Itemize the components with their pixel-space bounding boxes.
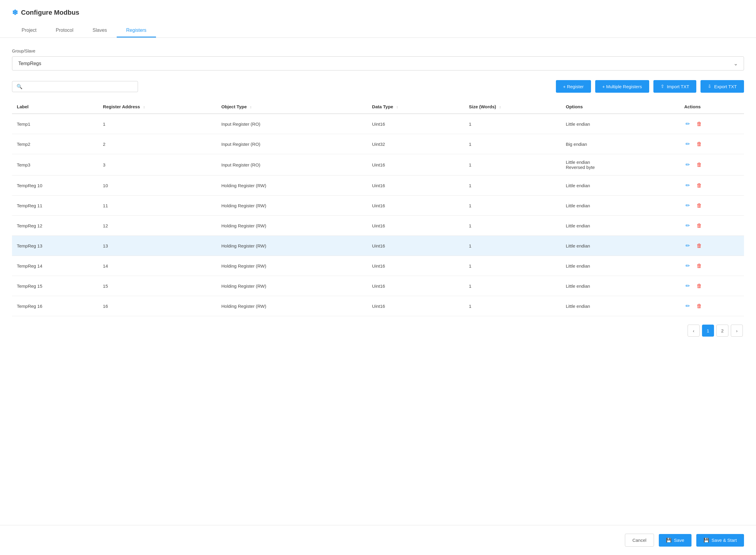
edit-button[interactable]: ✏	[684, 160, 691, 169]
cell-data-type: Uint16	[367, 114, 464, 134]
cell-options: Little endian	[561, 216, 679, 236]
delete-button[interactable]: 🗑	[696, 181, 703, 190]
tab-registers[interactable]: Registers	[117, 24, 156, 38]
cell-data-type: Uint32	[367, 134, 464, 154]
save-label: Save	[674, 538, 684, 543]
save-start-button[interactable]: 💾 Save & Start	[696, 534, 744, 547]
save-start-label: Save & Start	[712, 538, 737, 543]
delete-button[interactable]: 🗑	[696, 302, 703, 310]
table-row: TempReg 14 14 Holding Register (RW) Uint…	[12, 256, 744, 276]
add-multiple-registers-button[interactable]: + Multiple Registers	[595, 80, 649, 93]
delete-button[interactable]: 🗑	[696, 282, 703, 290]
cell-label: Temp3	[12, 154, 98, 175]
cell-actions: ✏ 🗑	[679, 114, 744, 134]
cell-object-type: Holding Register (RW)	[217, 175, 367, 196]
search-icon: 🔍	[16, 84, 23, 89]
edit-button[interactable]: ✏	[684, 139, 691, 148]
cell-size-words: 1	[464, 256, 561, 276]
cell-size-words: 1	[464, 134, 561, 154]
import-txt-button[interactable]: ⇧ Import TXT	[654, 80, 697, 93]
sort-icon-datatype[interactable]: ↕	[396, 105, 398, 109]
edit-button[interactable]: ✏	[684, 221, 691, 230]
cell-actions: ✏ 🗑	[679, 175, 744, 196]
cell-register-address: 10	[98, 175, 217, 196]
pagination-next[interactable]: ›	[731, 325, 743, 337]
tabs-container: Project Protocol Slaves Registers	[12, 24, 744, 38]
import-txt-label: Import TXT	[667, 84, 689, 89]
cell-actions: ✏ 🗑	[679, 276, 744, 296]
group-slave-dropdown[interactable]: TempRegs	[12, 56, 744, 71]
cell-options: Big endian	[561, 134, 679, 154]
group-slave-dropdown-wrapper: TempRegs ⌄	[12, 56, 744, 71]
delete-button[interactable]: 🗑	[696, 201, 703, 210]
delete-button[interactable]: 🗑	[696, 120, 703, 128]
cell-object-type: Input Register (RO)	[217, 134, 367, 154]
delete-button[interactable]: 🗑	[696, 140, 703, 148]
cell-register-address: 15	[98, 276, 217, 296]
title-text: Configure Modbus	[21, 9, 79, 16]
search-box: 🔍	[12, 81, 138, 92]
snowflake-icon: ❄	[12, 8, 18, 17]
cell-actions: ✏ 🗑	[679, 236, 744, 256]
cell-size-words: 1	[464, 196, 561, 216]
save-button[interactable]: 💾 Save	[659, 534, 691, 547]
edit-button[interactable]: ✏	[684, 241, 691, 250]
cell-actions: ✏ 🗑	[679, 196, 744, 216]
cell-data-type: Uint16	[367, 216, 464, 236]
edit-button[interactable]: ✏	[684, 261, 691, 270]
delete-button[interactable]: 🗑	[696, 262, 703, 270]
table-row: TempReg 12 12 Holding Register (RW) Uint…	[12, 216, 744, 236]
tab-project[interactable]: Project	[12, 24, 46, 38]
cell-actions: ✏ 🗑	[679, 134, 744, 154]
cell-options: Little endian	[561, 114, 679, 134]
delete-button[interactable]: 🗑	[696, 221, 703, 230]
edit-button[interactable]: ✏	[684, 119, 691, 128]
content-area: Group/Slave TempRegs ⌄ 🔍 + Register + Mu…	[0, 38, 756, 525]
cancel-button[interactable]: Cancel	[625, 534, 654, 547]
cell-label: Temp1	[12, 114, 98, 134]
col-header-register-address: Register Address ↕	[98, 100, 217, 114]
sort-icon-object[interactable]: ↕	[250, 105, 252, 109]
pagination-page-1[interactable]: 1	[702, 325, 714, 337]
cell-object-type: Holding Register (RW)	[217, 256, 367, 276]
cell-object-type: Holding Register (RW)	[217, 216, 367, 236]
sort-icon-size[interactable]: ↕	[499, 105, 501, 109]
cell-size-words: 1	[464, 296, 561, 316]
cell-data-type: Uint16	[367, 236, 464, 256]
action-buttons: + Register + Multiple Registers ⇧ Import…	[556, 80, 744, 93]
table-row: TempReg 16 16 Holding Register (RW) Uint…	[12, 296, 744, 316]
delete-button[interactable]: 🗑	[696, 161, 703, 169]
cell-object-type: Holding Register (RW)	[217, 236, 367, 256]
cell-size-words: 1	[464, 114, 561, 134]
cell-data-type: Uint16	[367, 276, 464, 296]
cell-label: TempReg 14	[12, 256, 98, 276]
edit-button[interactable]: ✏	[684, 282, 691, 290]
cell-options: Little endian	[561, 196, 679, 216]
cell-options: Little endian	[561, 175, 679, 196]
cell-object-type: Input Register (RO)	[217, 114, 367, 134]
search-input[interactable]	[26, 84, 133, 89]
add-register-button[interactable]: + Register	[556, 80, 591, 93]
tab-protocol[interactable]: Protocol	[46, 24, 83, 38]
cell-object-type: Holding Register (RW)	[217, 296, 367, 316]
col-header-data-type: Data Type ↕	[367, 100, 464, 114]
page-title: ❄ Configure Modbus	[12, 8, 744, 17]
cell-register-address: 1	[98, 114, 217, 134]
export-txt-button[interactable]: ⇩ Export TXT	[701, 80, 744, 93]
edit-button[interactable]: ✏	[684, 201, 691, 210]
cell-data-type: Uint16	[367, 256, 464, 276]
toolbar: 🔍 + Register + Multiple Registers ⇧ Impo…	[12, 80, 744, 93]
footer: Cancel 💾 Save 💾 Save & Start	[0, 525, 756, 555]
sort-icon-address[interactable]: ↕	[143, 105, 145, 109]
tab-slaves[interactable]: Slaves	[83, 24, 117, 38]
pagination-page-2[interactable]: 2	[716, 325, 728, 337]
pagination-prev[interactable]: ‹	[687, 325, 700, 337]
edit-button[interactable]: ✏	[684, 301, 691, 310]
cell-data-type: Uint16	[367, 154, 464, 175]
cell-actions: ✏ 🗑	[679, 296, 744, 316]
header: ❄ Configure Modbus Project Protocol Slav…	[0, 0, 756, 38]
save-disk-icon: 💾	[666, 538, 672, 543]
cell-register-address: 3	[98, 154, 217, 175]
edit-button[interactable]: ✏	[684, 181, 691, 190]
delete-button[interactable]: 🗑	[696, 242, 703, 250]
